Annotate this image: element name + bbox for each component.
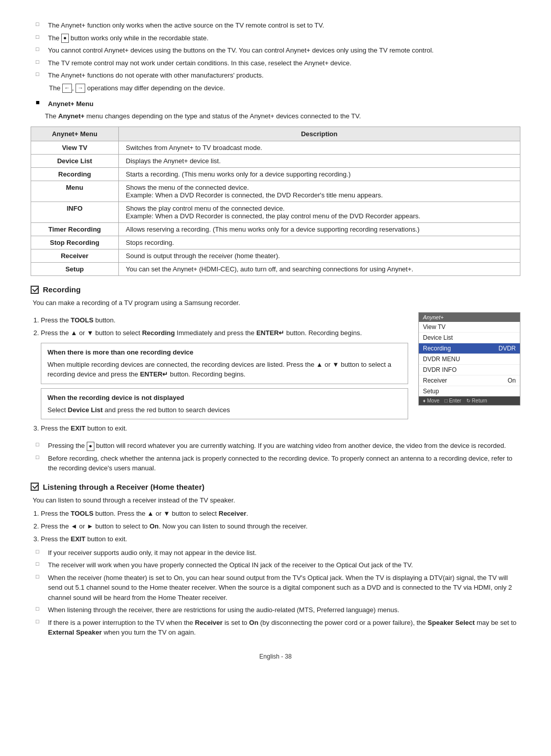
menu-cell: Receiver: [31, 249, 119, 263]
menu-cell: Timer Recording: [31, 223, 119, 236]
desc-cell: Switches from Anynet+ to TV broadcast mo…: [118, 141, 520, 155]
desc-cell: Displays the Anynet+ device list.: [118, 155, 520, 168]
sub-box-title-1: When there is more than one recording de…: [47, 347, 402, 358]
table-row: INFO Shows the play control menu of the …: [31, 202, 520, 223]
tv-menu-label: DVDR MENU: [423, 356, 460, 363]
note-icon-rec1: □: [36, 441, 45, 447]
table-row: Stop Recording Stops recording.: [31, 236, 520, 249]
note-text-5: The Anynet+ functions do not operate wit…: [48, 70, 264, 81]
sub-box-text-2: Select Device List and press the red but…: [47, 405, 402, 415]
listening-intro: You can listen to sound through a receiv…: [31, 495, 520, 506]
tv-menu-label: View TV: [423, 323, 445, 331]
listening-steps-list: Press the TOOLS button. Press the ▲ or ▼…: [31, 509, 520, 544]
menu-cell: Recording: [31, 168, 119, 181]
sub-box-device-not-displayed: When the recording device is not display…: [41, 388, 408, 420]
listening-note-text-1: If your receiver supports audio only, it…: [48, 548, 257, 558]
recording-left-col: Press the TOOLS button. Press the ▲ or ▼…: [31, 312, 408, 437]
recording-intro: You can make a recording of a TV program…: [31, 298, 520, 308]
table-row: Setup You can set the Anynet+ (HDMI-CEC)…: [31, 263, 520, 276]
note-icon-5: □: [36, 71, 45, 77]
recording-section-title: Recording: [31, 285, 520, 294]
sub-box-multiple-devices: When there is more than one recording de…: [41, 343, 408, 384]
tv-menu-label: Receiver: [423, 377, 447, 384]
note-icon-1: □: [36, 21, 45, 27]
anynet-menu-heading: Anynet+ Menu: [48, 100, 93, 108]
listening-note-text-4: When listening through the receiver, the…: [48, 605, 399, 615]
listening-section-title: Listening through a Receiver (Home theat…: [31, 483, 520, 491]
table-col-menu: Anynet+ Menu: [31, 127, 119, 141]
desc-cell: Shows the play control menu of the conne…: [118, 202, 520, 223]
table-row: Device List Displays the Anynet+ device …: [31, 155, 520, 168]
listening-note-2: □ The receiver will work when you have p…: [31, 560, 520, 570]
tv-menu-label: DVDR INFO: [423, 366, 457, 373]
listening-note-text-2: The receiver will work when you have pro…: [48, 560, 413, 570]
note-item-1: □ The Anynet+ function only works when t…: [31, 20, 520, 31]
desc-cell: Allows reserving a recording. (This menu…: [118, 223, 520, 236]
listening-note-1: □ If your receiver supports audio only, …: [31, 548, 520, 558]
tv-menu-label: Recording: [423, 345, 451, 352]
recording-step-1: Press the TOOLS button.: [41, 315, 408, 325]
sub-box-text-1: When multiple recording devices are conn…: [47, 360, 402, 380]
square-bullet-icon: ■: [36, 98, 45, 106]
listening-note-5: □ If there is a power interruption to th…: [31, 618, 520, 638]
desc-cell: Sound is output through the receiver (ho…: [118, 249, 520, 263]
desc-cell: Shows the menu of the connected device. …: [118, 181, 520, 202]
listening-step-3: Press the EXIT button to exit.: [41, 534, 520, 544]
anynet-menu-table: Anynet+ Menu Description View TV Switche…: [31, 127, 520, 276]
desc-cell: Starts a recording. (This menu works onl…: [118, 168, 520, 181]
recording-checkbox-icon: [31, 286, 39, 294]
tv-menu-label: Device List: [423, 334, 453, 341]
tv-menu-item-devicelist: Device List: [419, 333, 520, 343]
menu-cell: Menu: [31, 181, 119, 202]
tv-menu-item-recording: Recording DVDR: [419, 343, 520, 354]
desc-cell: Stops recording.: [118, 236, 520, 249]
note-icon-ls3: □: [36, 573, 45, 579]
note-item-3: □ You cannot control Anynet+ devices usi…: [31, 45, 520, 56]
recording-note-text-2: Before recording, check whether the ante…: [48, 453, 520, 473]
table-row: Timer Recording Allows reserving a recor…: [31, 223, 520, 236]
note-icon-4: □: [36, 59, 45, 65]
tv-menu-box: Anynet+ View TV Device List Recording DV…: [418, 312, 520, 406]
note-icon-3: □: [36, 46, 45, 52]
note-text-6: The ←, → operations may differ depending…: [49, 83, 225, 93]
listening-note-text-5: If there is a power interruption to the …: [48, 618, 520, 638]
listening-section: Listening through a Receiver (Home theat…: [31, 483, 520, 638]
note-text-3: You cannot control Anynet+ devices using…: [48, 45, 434, 56]
desc-cell: You can set the Anynet+ (HDMI-CEC), auto…: [118, 263, 520, 276]
tv-menu-item-viewtv: View TV: [419, 322, 520, 333]
tv-footer-return: ↻ Return: [466, 398, 487, 404]
note-icon-ls1: □: [36, 548, 45, 555]
tv-menu-item-setup: Setup: [419, 386, 520, 396]
recording-note-1: □ Pressing the ● button will record what…: [31, 441, 520, 451]
note-icon-2: □: [36, 34, 45, 40]
note-item-2: □ The ● button works only while in the r…: [31, 33, 520, 43]
recording-tv-menu: Anynet+ View TV Device List Recording DV…: [418, 312, 520, 437]
recording-section: Recording You can make a recording of a …: [31, 285, 520, 473]
menu-cell: Device List: [31, 155, 119, 168]
note-text-1: The Anynet+ function only works when the…: [48, 20, 324, 31]
listening-note-text-3: When the receiver (home theater) is set …: [48, 573, 520, 603]
listening-step-1: Press the TOOLS button. Press the ▲ or ▼…: [41, 509, 520, 519]
menu-cell: INFO: [31, 202, 119, 223]
note-icon-ls4: □: [36, 606, 45, 612]
table-row: Receiver Sound is output through the rec…: [31, 249, 520, 263]
listening-checkbox-icon: [31, 483, 39, 491]
anynet-menu-heading-row: ■ Anynet+ Menu: [31, 98, 520, 109]
tv-menu-item-dvdrinfo: DVDR INFO: [419, 365, 520, 375]
tv-menu-title: Anynet+: [419, 313, 520, 322]
recording-note-text-1: Pressing the ● button will record whatev…: [48, 441, 506, 451]
note-text-4: The TV remote control may not work under…: [48, 58, 352, 68]
menu-cell: Stop Recording: [31, 236, 119, 249]
listening-step-2: Press the ◄ or ► button to select to On.…: [41, 521, 520, 532]
top-notes: □ The Anynet+ function only works when t…: [31, 20, 520, 93]
note-item-5: □ The Anynet+ functions do not operate w…: [31, 70, 520, 81]
tv-menu-value: On: [508, 377, 516, 384]
note-text-2: The ● button works only while in the rec…: [48, 33, 209, 43]
anynet-menu-description: The Anynet+ menu changes depending on th…: [31, 111, 520, 121]
tv-footer-move: ♦ Move: [423, 398, 439, 404]
listening-note-4: □ When listening through the receiver, t…: [31, 605, 520, 615]
table-col-description: Description: [118, 127, 520, 141]
menu-cell: Setup: [31, 263, 119, 276]
note-item-6: The ←, → operations may differ depending…: [31, 83, 520, 93]
note-icon-rec2: □: [36, 454, 45, 460]
